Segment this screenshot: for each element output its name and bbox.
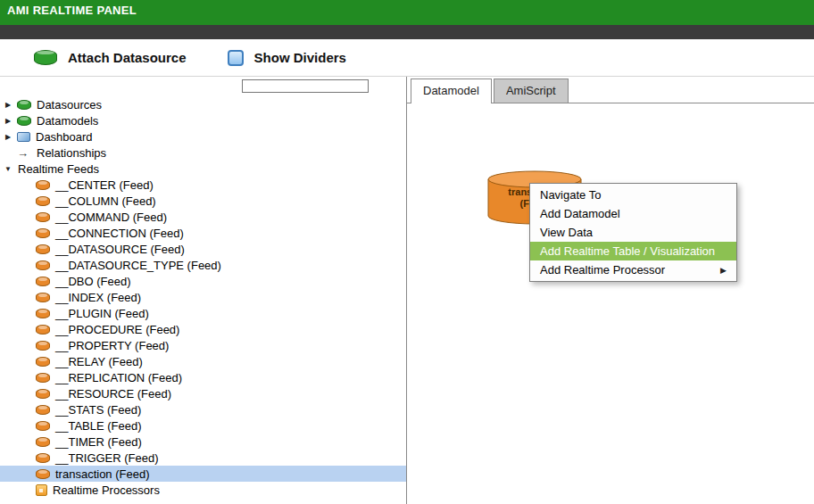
tree-item-index-feed[interactable]: __INDEX (Feed) — [0, 289, 406, 305]
tree: ▶Datasources▶Datamodels▶Dashboard→Relati… — [0, 95, 406, 498]
expand-arrow-icon[interactable]: ▶ — [4, 133, 12, 141]
menu-item-add-datamodel[interactable]: Add Datamodel — [530, 204, 736, 223]
menu-item-label: Navigate To — [540, 188, 601, 202]
tree-item-label: __RELAY (Feed) — [54, 355, 143, 368]
tree-item-label: Datamodels — [36, 114, 98, 128]
feed-icon — [36, 309, 50, 318]
feed-icon — [36, 325, 50, 335]
tree-item-trigger-feed[interactable]: __TRIGGER (Feed) — [0, 450, 406, 466]
tree-item-label: Dashboard — [35, 130, 93, 144]
feed-icon — [36, 437, 50, 447]
context-menu: Navigate ToAdd DatamodelView DataAdd Rea… — [529, 183, 737, 282]
tree-item-table-feed[interactable]: __TABLE (Feed) — [0, 417, 406, 434]
feed-icon — [36, 277, 50, 286]
menu-item-add-realtime-processor[interactable]: Add Realtime Processor▶ — [530, 260, 736, 279]
feed-icon — [36, 244, 50, 254]
tab-datamodel[interactable]: Datamodel — [411, 78, 492, 103]
tree-item-label: Datasources — [36, 98, 102, 112]
tree-item-label: __CENTER (Feed) — [54, 178, 154, 192]
menu-item-label: Add Realtime Processor — [540, 263, 665, 277]
tree-item-label: __INDEX (Feed) — [54, 291, 141, 304]
titlebar-strip — [0, 25, 814, 39]
tree-item-label: __PROCEDURE (Feed) — [54, 323, 179, 336]
tree-item-label: __TRIGGER (Feed) — [54, 451, 159, 465]
app-window: AMI REALTIME PANEL Attach Datasource Sho… — [0, 0, 814, 504]
datamodel-canvas[interactable]: transaction (Feed) Navigate ToAdd Datamo… — [407, 103, 814, 504]
tree-item-label: __STATS (Feed) — [54, 403, 141, 417]
main-split: ▶Datasources▶Datamodels▶Dashboard→Relati… — [0, 77, 814, 504]
submenu-arrow-icon: ▶ — [720, 266, 727, 275]
attach-datasource-label: Attach Datasource — [68, 50, 187, 65]
menu-item-view-data[interactable]: View Data — [530, 223, 736, 242]
feed-icon — [36, 293, 50, 302]
menu-item-add-realtime-table-visualization[interactable]: Add Realtime Table / Visualization — [530, 242, 736, 260]
editor-panel: DatamodelAmiScript transaction (Feed) Na… — [407, 77, 814, 504]
feed-icon — [36, 373, 50, 383]
expand-arrow-icon[interactable]: ▶ — [4, 101, 12, 109]
toolbar: Attach Datasource Show Dividers — [0, 39, 814, 77]
menu-item-label: Add Realtime Table / Visualization — [540, 244, 715, 258]
tree-item-column-feed[interactable]: __COLUMN (Feed) — [0, 193, 406, 209]
tree-item-label: __TIMER (Feed) — [54, 435, 142, 449]
tree-search-row — [0, 77, 406, 95]
collapse-arrow-icon[interactable]: ▼ — [4, 165, 12, 173]
menu-item-label: Add Datamodel — [540, 207, 620, 220]
database-green-icon — [17, 116, 31, 126]
tree-item-dashboard[interactable]: ▶Dashboard — [0, 128, 406, 145]
tree-item-resource-feed[interactable]: __RESOURCE (Feed) — [0, 385, 406, 401]
tree-item-realtime-feeds[interactable]: ▼Realtime Feeds — [0, 161, 406, 177]
tree-item-label: Realtime Feeds — [17, 162, 99, 176]
tree-item-datasources[interactable]: ▶Datasources — [0, 96, 406, 112]
database-green-icon — [17, 100, 31, 110]
tree-item-dbo-feed[interactable]: __DBO (Feed) — [0, 273, 406, 289]
show-dividers-checkbox-icon — [228, 50, 244, 66]
tree-item-label: __PLUGIN (Feed) — [54, 307, 149, 320]
tree-search-input[interactable] — [242, 79, 369, 93]
expand-arrow-icon[interactable]: ▶ — [4, 117, 12, 125]
attach-datasource-button[interactable]: Attach Datasource — [34, 50, 187, 65]
feed-icon — [36, 212, 50, 222]
tree-item-datasource-type-feed[interactable]: __DATASOURCE_TYPE (Feed) — [0, 257, 406, 273]
tree-item-label: Relationships — [36, 146, 106, 160]
tree-item-label: __COLUMN (Feed) — [54, 194, 156, 208]
tree-item-label: Realtime Processors — [52, 483, 160, 497]
titlebar: AMI REALTIME PANEL — [0, 0, 814, 25]
dashboard-monitor-icon — [17, 132, 30, 142]
tree-item-timer-feed[interactable]: __TIMER (Feed) — [0, 434, 406, 450]
tree-item-datamodels[interactable]: ▶Datamodels — [0, 112, 406, 128]
tree-item-transaction-feed[interactable]: transaction (Feed) — [0, 466, 406, 482]
tree-panel: ▶Datasources▶Datamodels▶Dashboard→Relati… — [0, 77, 407, 504]
feed-icon — [36, 180, 50, 190]
feed-icon — [36, 389, 50, 399]
tree-item-realtime-processors[interactable]: Realtime Processors — [0, 482, 406, 498]
feed-icon — [36, 405, 50, 415]
tree-item-label: __RESOURCE (Feed) — [54, 387, 171, 401]
feed-icon — [36, 421, 50, 431]
tree-item-label: transaction (Feed) — [54, 467, 150, 481]
feed-icon — [36, 196, 50, 206]
show-dividers-button[interactable]: Show Dividers — [228, 50, 346, 66]
tree-item-plugin-feed[interactable]: __PLUGIN (Feed) — [0, 305, 406, 321]
tree-item-label: __PROPERTY (Feed) — [54, 339, 169, 352]
tree-item-center-feed[interactable]: __CENTER (Feed) — [0, 177, 406, 193]
database-icon — [34, 50, 57, 65]
menu-item-navigate-to[interactable]: Navigate To — [530, 186, 736, 204]
tree-item-relationships[interactable]: →Relationships — [0, 145, 406, 161]
tree-item-command-feed[interactable]: __COMMAND (Feed) — [0, 209, 406, 225]
tab-amiscript[interactable]: AmiScript — [494, 78, 569, 103]
tree-item-stats-feed[interactable]: __STATS (Feed) — [0, 401, 406, 417]
processor-icon — [36, 484, 47, 496]
relationship-arrow-icon: → — [17, 148, 31, 158]
tree-item-label: __CONNECTION (Feed) — [54, 227, 184, 240]
window-title: AMI REALTIME PANEL — [7, 4, 137, 17]
menu-item-label: View Data — [540, 226, 593, 239]
tree-item-datasource-feed[interactable]: __DATASOURCE (Feed) — [0, 241, 406, 257]
tree-item-property-feed[interactable]: __PROPERTY (Feed) — [0, 337, 406, 353]
feed-icon — [36, 453, 50, 463]
feed-icon — [36, 341, 50, 351]
tree-item-connection-feed[interactable]: __CONNECTION (Feed) — [0, 225, 406, 241]
tree-item-procedure-feed[interactable]: __PROCEDURE (Feed) — [0, 321, 406, 337]
tree-item-relay-feed[interactable]: __RELAY (Feed) — [0, 353, 406, 369]
tree-item-label: __COMMAND (Feed) — [54, 211, 167, 224]
tree-item-replication-feed[interactable]: __REPLICATION (Feed) — [0, 369, 406, 385]
